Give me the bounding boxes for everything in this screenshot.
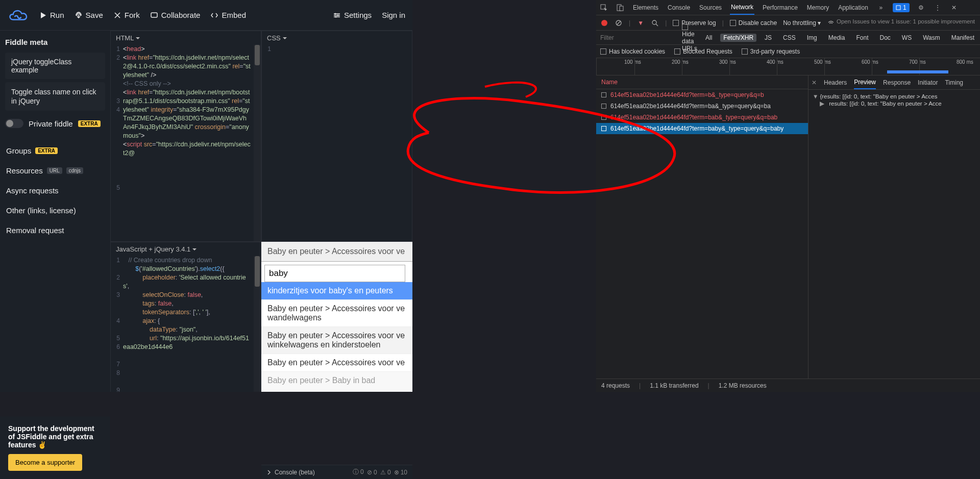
sidebar-item-resources[interactable]: ResourcesURLcdnjs <box>5 162 105 179</box>
request-row[interactable]: 614ef51eaa02be1d444e64fd?term=b&_type=qu… <box>596 89 808 100</box>
close-detail-icon[interactable]: ✕ <box>812 79 817 86</box>
tab-console[interactable]: Console <box>667 0 691 15</box>
type-doc[interactable]: Doc <box>876 34 893 42</box>
type-ws[interactable]: WS <box>899 34 915 42</box>
ptab-initiator[interactable]: Initiator <box>918 75 938 89</box>
svg-point-2 <box>337 14 338 16</box>
supporter-text: Support the development of JSFiddle and … <box>8 424 102 449</box>
request-row[interactable]: 614ef51eaa02be1d444e64fd?term=bab&_type=… <box>596 112 808 123</box>
select2-option[interactable]: kinderzitjes voor baby's en peuters <box>261 282 412 300</box>
network-status-bar: 4 requests | 1.1 kB transferred | 1.2 MB… <box>596 379 980 392</box>
select2-option[interactable]: Baby en peuter > Baby in bad <box>261 372 412 390</box>
tab-sources[interactable]: Sources <box>698 0 723 15</box>
devtools-tabs: Elements Console Sources Network Perform… <box>596 0 980 15</box>
fiddle-title-input[interactable]: jQuery toggleClass example <box>5 53 105 79</box>
ptab-preview[interactable]: Preview <box>854 75 876 89</box>
clear-icon[interactable] <box>615 19 623 27</box>
type-fetch-xhr[interactable]: Fetch/XHR <box>720 34 756 42</box>
select2-results: kinderzitjes voor baby's en peuters Baby… <box>261 282 412 390</box>
sidebar-item-removal[interactable]: Removal request <box>5 222 105 239</box>
svg-rect-0 <box>151 13 157 17</box>
select2-option[interactable]: Baby en peuter > Accessoires voor ve <box>261 354 412 372</box>
css-code[interactable] <box>274 45 412 241</box>
third-party-checkbox[interactable]: 3rd-party requests <box>742 48 800 55</box>
type-css[interactable]: CSS <box>780 34 799 42</box>
tab-performance[interactable]: Performance <box>762 0 799 15</box>
svg-point-3 <box>335 16 336 17</box>
device-icon[interactable] <box>616 3 625 12</box>
select2-option[interactable]: Baby en peuter > Accessoires voor ve wan… <box>261 300 412 327</box>
console-warn-count: ⚠ 0 <box>380 469 391 476</box>
save-button[interactable]: Save <box>75 11 103 19</box>
tab-elements[interactable]: Elements <box>632 0 659 15</box>
result-pane: Baby en peuter > Accessoires voor ve kin… <box>261 242 412 392</box>
sidebar: Fiddle meta jQuery toggleClass example T… <box>0 31 110 392</box>
console-strip[interactable]: Console (beta) ⓘ 0 ⊘ 0 ⚠ 0 ⊗ 10 <box>261 465 412 479</box>
supporter-button[interactable]: Become a supporter <box>8 454 82 471</box>
embed-button[interactable]: Embed <box>210 11 246 19</box>
type-font[interactable]: Font <box>853 34 871 42</box>
preview-body[interactable]: ▼{results: [{id: 0, text: "Baby en peute… <box>808 90 980 110</box>
ptab-timing[interactable]: Timing <box>945 75 963 89</box>
search-icon[interactable] <box>651 19 659 27</box>
js-pane: JavaScript + jQuery 3.4.1 123456789 // C… <box>110 242 261 392</box>
fiddle-desc-input[interactable]: Toggle class name on click in jQuery <box>5 82 105 111</box>
kebab-icon[interactable]: ⋮ <box>933 3 942 12</box>
js-scrollbar[interactable] <box>254 256 261 392</box>
disable-cache-checkbox[interactable]: Disable cache <box>730 19 777 27</box>
html-scrollbar[interactable] <box>254 45 261 241</box>
type-img[interactable]: Img <box>804 34 820 42</box>
request-detail: ✕ Headers Preview Response Initiator Tim… <box>808 75 980 379</box>
js-gutter: 123456789 <box>111 256 123 392</box>
request-row[interactable]: 614ef51eaa02be1d444e64fd?term=baby&_type… <box>596 123 808 134</box>
fork-button[interactable]: Fork <box>113 11 140 19</box>
private-toggle[interactable] <box>5 119 23 128</box>
css-pane-header[interactable]: CSS <box>262 31 412 45</box>
throttling-select[interactable]: No throttling ▾ <box>783 19 821 27</box>
name-column-header[interactable]: Name <box>596 75 808 89</box>
sidebar-item-async[interactable]: Async requests <box>5 182 105 199</box>
select2-search[interactable] <box>264 265 405 282</box>
ptab-response[interactable]: Response <box>883 75 911 89</box>
html-code[interactable]: <head> <link href="https://cdn.jsdelivr.… <box>123 45 254 241</box>
js-pane-header[interactable]: JavaScript + jQuery 3.4.1 <box>111 242 261 256</box>
signin-button[interactable]: Sign in <box>382 11 405 19</box>
filter-input[interactable] <box>600 34 677 41</box>
inspect-icon[interactable] <box>599 3 608 12</box>
settings-button[interactable]: Settings <box>333 11 372 19</box>
collaborate-button[interactable]: Collaborate <box>150 11 201 19</box>
more-tabs-icon[interactable]: » <box>876 3 886 12</box>
type-media[interactable]: Media <box>825 34 848 42</box>
sidebar-item-other[interactable]: Other (links, license) <box>5 202 105 219</box>
select2-option[interactable]: Baby en peuter > Accessoires voor ve win… <box>261 327 412 354</box>
record-icon[interactable] <box>600 19 608 27</box>
ptab-headers[interactable]: Headers <box>824 75 847 89</box>
tab-application[interactable]: Application <box>837 0 869 15</box>
blocked-requests-checkbox[interactable]: Blocked Requests <box>674 48 732 55</box>
tab-network[interactable]: Network <box>730 0 754 15</box>
type-js[interactable]: JS <box>762 34 775 42</box>
blocked-cookies-checkbox[interactable]: Has blocked cookies <box>600 48 665 55</box>
chevron-right-icon <box>266 470 272 475</box>
request-list: Name 614ef51eaa02be1d444e64fd?term=b&_ty… <box>596 75 808 379</box>
status-transferred: 1.1 kB transferred <box>650 382 698 389</box>
type-all[interactable]: All <box>702 34 715 42</box>
select2-selection[interactable]: Baby en peuter > Accessoires voor ve <box>261 242 412 262</box>
svg-rect-6 <box>620 6 623 11</box>
filter-icon[interactable]: ▼ <box>636 19 645 27</box>
gear-icon[interactable]: ⚙ <box>917 3 926 12</box>
issues-button[interactable]: 1 <box>893 3 910 12</box>
js-code[interactable]: // Create countries drop down $('#allowe… <box>123 256 254 392</box>
css-gutter: 1 <box>262 45 274 241</box>
type-manifest[interactable]: Manifest <box>948 34 977 42</box>
request-row[interactable]: 614ef51eaa02be1d444e64fd?term=ba&_type=q… <box>596 100 808 112</box>
network-timeline[interactable]: 100 ms 200 ms 300 ms 400 ms 500 ms 600 m… <box>596 58 980 75</box>
close-icon[interactable]: ✕ <box>949 3 959 12</box>
html-pane-header[interactable]: HTML <box>111 31 261 45</box>
type-wasm[interactable]: Wasm <box>920 34 943 42</box>
tab-memory[interactable]: Memory <box>806 0 830 15</box>
run-button[interactable]: Run <box>39 11 64 19</box>
sidebar-item-groups[interactable]: GroupsEXTRA <box>5 142 105 159</box>
css-pane: CSS 1 <box>261 31 412 242</box>
supporter-box: Support the development of JSFiddle and … <box>0 416 110 479</box>
